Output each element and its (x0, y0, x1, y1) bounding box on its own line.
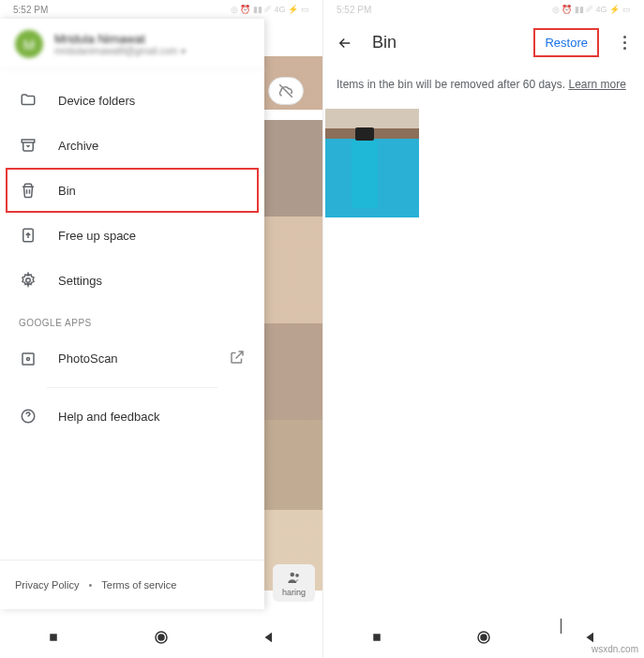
navigation-drawer: M Mridula Nimawat mridulanimawat8@gmail.… (0, 19, 264, 609)
svg-point-1 (295, 574, 299, 577)
account-info: Mridula Nimawat mridulanimawat8@gmail.co… (54, 32, 249, 56)
home-button[interactable] (151, 627, 172, 648)
menu-photoscan[interactable]: PhotoScan (0, 336, 264, 381)
menu-bin[interactable]: Bin (6, 168, 259, 213)
svg-rect-11 (373, 634, 381, 641)
menu-settings[interactable]: Settings (0, 258, 264, 303)
free-space-icon (19, 226, 37, 245)
external-link-icon (229, 349, 246, 368)
clock: 5:52 PM (13, 5, 48, 15)
learn-more-link[interactable]: Learn more (568, 78, 625, 91)
cloud-off-icon[interactable] (268, 77, 304, 105)
recent-apps-button[interactable] (43, 627, 64, 648)
menu-label: Device folders (58, 94, 135, 108)
back-arrow-icon[interactable] (335, 33, 355, 53)
bin-info-text: Items in the bin will be removed after 6… (323, 67, 644, 103)
svg-point-4 (26, 278, 31, 283)
photoscan-icon (19, 350, 37, 368)
menu-label: Archive (58, 139, 98, 153)
sharing-pill[interactable]: haring (273, 564, 315, 602)
menu: Device folders Archive Bin Free up space… (0, 70, 264, 446)
account-header[interactable]: M Mridula Nimawat mridulanimawat8@gmail.… (0, 19, 264, 70)
background-photos-strip (264, 56, 322, 591)
menu-help[interactable]: Help and feedback (0, 394, 264, 439)
status-icons: ◎ ⏰ ▮▮ ␥ 4G ⚡ ▭ (231, 5, 309, 15)
help-icon (19, 407, 37, 426)
drawer-footer: Privacy Policy • Terms of service (0, 560, 264, 609)
menu-label: Free up space (58, 229, 136, 243)
avatar: M (15, 30, 43, 58)
menu-label: Bin (58, 184, 76, 198)
svg-rect-8 (51, 634, 58, 641)
text-cursor (561, 619, 562, 634)
divider (47, 387, 217, 388)
svg-point-10 (158, 635, 164, 640)
svg-point-6 (27, 357, 30, 360)
menu-device-folders[interactable]: Device folders (0, 78, 264, 123)
menu-free-up-space[interactable]: Free up space (0, 213, 264, 258)
svg-point-0 (290, 573, 294, 577)
statusbar-right: 5:52 PM ◎ ⏰ ▮▮ ␥ 4G ⚡ ▭ (323, 0, 644, 19)
right-screen: 5:52 PM ◎ ⏰ ▮▮ ␥ 4G ⚡ ▭ Bin Restore Item… (322, 0, 644, 658)
status-icons: ◎ ⏰ ▮▮ ␥ 4G ⚡ ▭ (552, 5, 631, 15)
more-menu-button[interactable] (616, 36, 633, 50)
back-button[interactable] (259, 627, 279, 648)
account-email: mridulanimawat8@gmail.com ▾ (54, 46, 249, 56)
left-screen: 5:52 PM ◎ ⏰ ▮▮ ␥ 4G ⚡ ▭ haring M Mridula… (0, 0, 322, 658)
archive-icon (19, 136, 37, 155)
watermark: wsxdn.com (592, 644, 638, 654)
menu-archive[interactable]: Archive (0, 123, 264, 168)
separator-dot: • (88, 579, 92, 591)
svg-point-13 (481, 635, 487, 640)
photo-thumbnail[interactable] (325, 109, 419, 217)
svg-rect-5 (22, 353, 34, 365)
page-title: Bin (372, 33, 517, 52)
svg-rect-2 (22, 140, 35, 142)
clock: 5:52 PM (337, 5, 371, 15)
folder-icon (19, 91, 37, 110)
menu-label: PhotoScan (58, 351, 118, 366)
restore-button[interactable]: Restore (533, 28, 599, 57)
section-google-apps: GOOGLE APPS (0, 303, 264, 336)
terms-link[interactable]: Terms of service (101, 579, 176, 591)
trash-icon (19, 181, 37, 200)
menu-label: Help and feedback (58, 410, 159, 424)
privacy-link[interactable]: Privacy Policy (15, 579, 79, 591)
bin-toolbar: Bin Restore (323, 19, 644, 67)
account-name: Mridula Nimawat (54, 32, 249, 46)
sharing-label: haring (282, 588, 306, 597)
statusbar-left: 5:52 PM ◎ ⏰ ▮▮ ␥ 4G ⚡ ▭ (0, 0, 322, 19)
android-navbar-left (0, 617, 322, 658)
gear-icon (19, 271, 37, 290)
menu-label: Settings (58, 274, 102, 288)
recent-apps-button[interactable] (367, 627, 387, 648)
home-button[interactable] (473, 627, 494, 648)
